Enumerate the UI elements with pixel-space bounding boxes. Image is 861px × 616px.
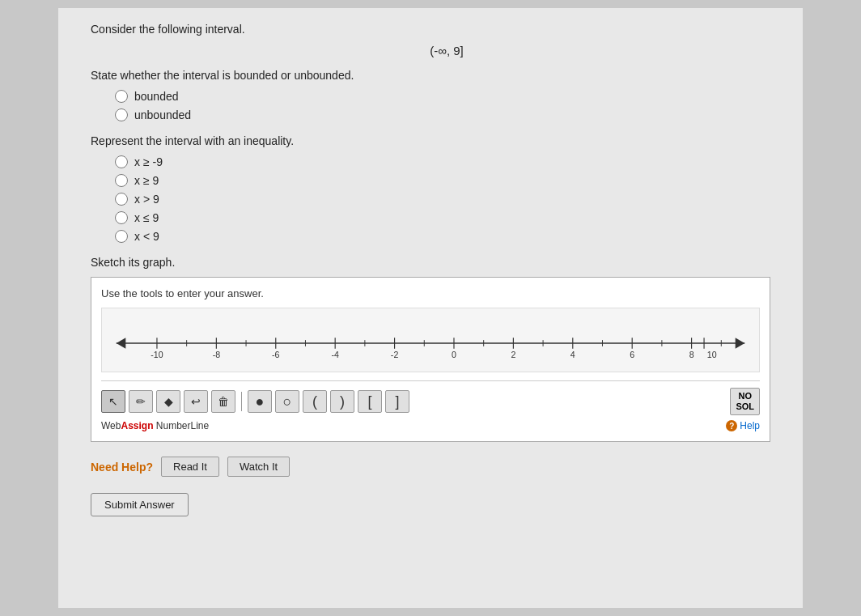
consider-label: Consider the following interval. (91, 23, 770, 36)
unbounded-option[interactable]: unbounded (115, 108, 770, 121)
bounded-label: bounded (134, 90, 179, 103)
svg-text:10: 10 (707, 350, 717, 359)
assign-text: Assign (121, 420, 153, 431)
numberline-text: NumberLine (156, 420, 209, 431)
inequality-radio-4[interactable] (115, 230, 128, 243)
inequality-label-0: x ≥ -9 (134, 155, 163, 168)
trash-tool[interactable]: 🗑 (211, 390, 235, 413)
left-paren-tool[interactable]: ( (303, 390, 327, 413)
inequality-option-1[interactable]: x ≥ 9 (115, 174, 770, 187)
inequality-radio-group: x ≥ -9 x ≥ 9 x > 9 x ≤ 9 x < 9 (115, 155, 770, 243)
diamond-tool[interactable]: ◆ (156, 390, 180, 413)
webassign-label: WebAssign NumberLine (101, 420, 209, 431)
bounded-question: State whether the interval is bounded or… (91, 69, 770, 82)
inequality-option-2[interactable]: x > 9 (115, 193, 770, 206)
svg-text:-8: -8 (213, 350, 221, 359)
pencil-tool[interactable]: ✏ (129, 390, 153, 413)
help-link[interactable]: ? Help (726, 420, 760, 431)
svg-text:8: 8 (689, 350, 694, 359)
unbounded-label: unbounded (134, 108, 191, 121)
arrow-tool[interactable]: ↖ (101, 390, 125, 413)
left-bracket-tool[interactable]: [ (358, 390, 382, 413)
filled-circle-tool[interactable]: ● (248, 390, 272, 413)
right-paren-tool[interactable]: ) (330, 390, 354, 413)
toolbar-separator (241, 392, 242, 411)
sketch-label: Sketch its graph. (91, 256, 770, 269)
svg-text:2: 2 (511, 350, 515, 359)
right-bracket-tool[interactable]: ] (385, 390, 409, 413)
inequality-option-4[interactable]: x < 9 (115, 230, 770, 243)
open-circle-tool[interactable]: ○ (275, 390, 299, 413)
number-line-area[interactable]: -10 -8 -6 -4 -2 0 2 (101, 308, 760, 372)
inequality-radio-3[interactable] (115, 211, 128, 224)
bounded-radio[interactable] (115, 90, 128, 103)
submit-row: Submit Answer (91, 493, 770, 516)
help-text: Help (740, 420, 760, 431)
interval-value: (-∞, 9] (430, 44, 464, 57)
read-it-button[interactable]: Read It (161, 457, 219, 477)
number-line-svg: -10 -8 -6 -4 -2 0 2 (110, 323, 751, 363)
inequality-label-4: x < 9 (134, 230, 159, 243)
svg-text:0: 0 (452, 350, 456, 359)
inequality-radio-1[interactable] (115, 174, 128, 187)
page-container: Consider the following interval. (-∞, 9]… (58, 8, 803, 608)
no-sol-line2: SOL (736, 401, 754, 411)
svg-text:6: 6 (630, 350, 634, 359)
inequality-label-2: x > 9 (134, 193, 159, 206)
inequality-option-3[interactable]: x ≤ 9 (115, 211, 770, 224)
bounded-option[interactable]: bounded (115, 90, 770, 103)
svg-text:-2: -2 (391, 350, 399, 359)
inequality-option-0[interactable]: x ≥ -9 (115, 155, 770, 168)
inequality-radio-0[interactable] (115, 155, 128, 168)
submit-answer-button[interactable]: Submit Answer (91, 493, 189, 516)
help-icon: ? (726, 420, 737, 431)
inequality-label-3: x ≤ 9 (134, 211, 159, 224)
need-help-label: Need Help? (91, 461, 153, 474)
need-help-row: Need Help? Read It Watch It (91, 457, 770, 477)
bounded-radio-group: bounded unbounded (115, 90, 770, 121)
inequality-question: Represent the interval with an inequalit… (91, 134, 770, 147)
graph-footer: WebAssign NumberLine ? Help (101, 420, 760, 431)
undo-tool[interactable]: ↩ (184, 390, 208, 413)
no-sol-line1: NO (738, 391, 752, 401)
inequality-radio-2[interactable] (115, 193, 128, 206)
inequality-label-1: x ≥ 9 (134, 174, 159, 187)
svg-text:-4: -4 (331, 350, 339, 359)
graph-instruction: Use the tools to enter your answer. (101, 287, 760, 300)
svg-text:-10: -10 (151, 350, 163, 359)
toolbar: ↖ ✏ ◆ ↩ 🗑 ● ○ ( ) [ ] NO SOL (101, 380, 760, 415)
svg-text:-6: -6 (272, 350, 280, 359)
interval-display: (-∞, 9] (123, 44, 770, 57)
unbounded-radio[interactable] (115, 108, 128, 121)
graph-container: Use the tools to enter your answer. -10 … (91, 277, 770, 442)
svg-text:4: 4 (570, 350, 575, 359)
watch-it-button[interactable]: Watch It (227, 457, 290, 477)
no-sol-button[interactable]: NO SOL (730, 388, 760, 415)
